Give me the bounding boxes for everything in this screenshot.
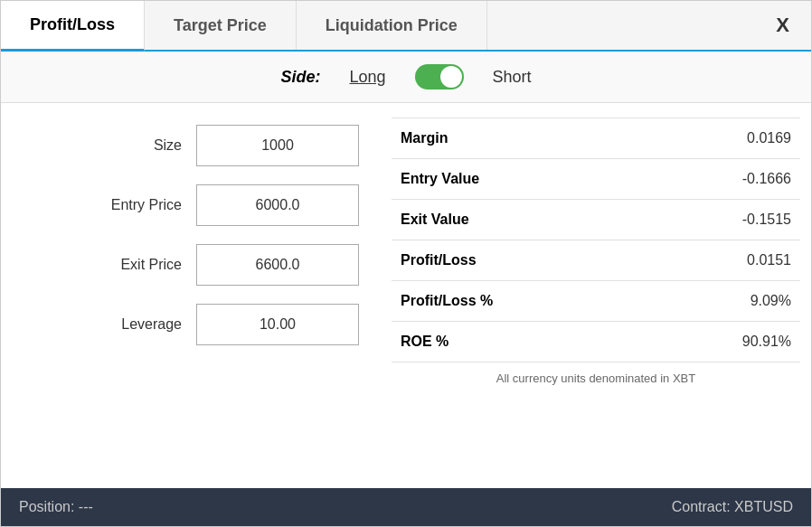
input-panel: Size Entry Price Exit Price Leverage	[1, 118, 381, 474]
side-long-label[interactable]: Long	[349, 68, 385, 87]
leverage-row: Leverage	[23, 304, 359, 345]
result-label: ROE %	[392, 322, 646, 362]
result-row: Exit Value-0.1515	[392, 200, 800, 240]
size-row: Size	[23, 125, 359, 166]
position-label: Position: ---	[19, 499, 93, 515]
result-value: 0.0151	[646, 240, 800, 281]
size-input[interactable]	[196, 125, 359, 166]
side-row: Side: Long Short	[1, 52, 811, 103]
results-panel: Margin0.0169Entry Value-0.1666Exit Value…	[381, 118, 811, 474]
result-label: Profit/Loss	[392, 240, 646, 281]
tab-target-price[interactable]: Target Price	[145, 1, 297, 50]
result-value: 9.09%	[646, 281, 800, 322]
entry-price-row: Entry Price	[23, 184, 359, 226]
tab-bar: Profit/Loss Target Price Liquidation Pri…	[1, 1, 811, 52]
toggle-knob	[440, 66, 462, 88]
results-table: Margin0.0169Entry Value-0.1666Exit Value…	[392, 118, 800, 362]
main-content: Size Entry Price Exit Price Leverage Mar…	[1, 103, 811, 488]
result-row: Margin0.0169	[392, 118, 800, 159]
result-row: Profit/Loss %9.09%	[392, 281, 800, 322]
result-label: Profit/Loss %	[392, 281, 646, 322]
tab-liquidation-price[interactable]: Liquidation Price	[297, 1, 487, 50]
leverage-label: Leverage	[82, 316, 182, 333]
tab-profit-loss[interactable]: Profit/Loss	[1, 1, 145, 52]
exit-price-row: Exit Price	[23, 244, 359, 286]
currency-note: All currency units denominated in XBT	[392, 362, 800, 385]
result-value: 90.91%	[646, 322, 800, 362]
side-short-label[interactable]: Short	[493, 68, 532, 87]
result-label: Exit Value	[392, 200, 646, 240]
size-label: Size	[82, 137, 182, 154]
toggle-switch[interactable]	[415, 64, 464, 89]
result-label: Margin	[392, 118, 646, 159]
side-toggle[interactable]	[415, 64, 464, 89]
result-row: ROE %90.91%	[392, 322, 800, 362]
leverage-input[interactable]	[196, 304, 359, 345]
result-value: 0.0169	[646, 118, 800, 159]
result-value: -0.1666	[646, 159, 800, 200]
contract-label: Contract: XBTUSD	[672, 499, 793, 515]
close-button[interactable]: X	[754, 1, 811, 50]
side-label: Side:	[280, 68, 320, 87]
footer: Position: --- Contract: XBTUSD	[1, 488, 811, 526]
result-row: Profit/Loss0.0151	[392, 240, 800, 281]
entry-price-input[interactable]	[196, 184, 359, 226]
result-value: -0.1515	[646, 200, 800, 240]
result-label: Entry Value	[392, 159, 646, 200]
entry-price-label: Entry Price	[82, 197, 182, 213]
calculator-widget: Profit/Loss Target Price Liquidation Pri…	[0, 0, 812, 527]
result-row: Entry Value-0.1666	[392, 159, 800, 200]
exit-price-input[interactable]	[196, 244, 359, 286]
exit-price-label: Exit Price	[82, 257, 182, 273]
